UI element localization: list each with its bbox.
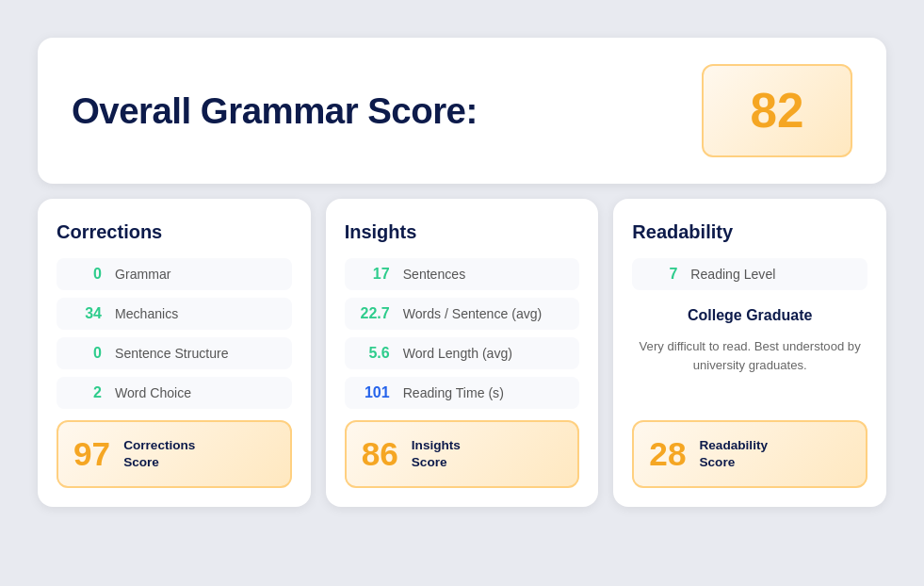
stat-row: 34 Mechanics <box>57 298 292 330</box>
readability-college-label: College Graduate <box>632 301 867 326</box>
corrections-score-badge: 97 Corrections Score <box>57 420 292 488</box>
stat-value: 7 <box>643 266 677 283</box>
stat-row: 0 Sentence Structure <box>57 337 292 369</box>
corrections-badge-score: 97 <box>73 435 110 473</box>
overall-score-value: 82 <box>751 83 804 138</box>
insights-badge-label: Insights Score <box>412 437 461 470</box>
stat-value: 0 <box>68 266 102 283</box>
readability-score-badge: 28 Readability Score <box>632 420 867 488</box>
stat-row: 5.6 Word Length (avg) <box>345 337 580 369</box>
stat-label: Word Length (avg) <box>403 346 512 361</box>
corrections-badge-label: Corrections Score <box>123 437 195 470</box>
stat-value: 34 <box>68 305 102 322</box>
stat-row: 22.7 Words / Sentence (avg) <box>345 298 580 330</box>
stat-row: 7 Reading Level <box>632 258 867 290</box>
stat-value: 0 <box>68 345 102 362</box>
readability-badge-score: 28 <box>649 435 686 473</box>
insights-stats: 17 Sentences 22.7 Words / Sentence (avg)… <box>345 258 580 409</box>
readability-description: Very difficult to read. Best understood … <box>632 337 867 374</box>
stat-label: Grammar <box>115 267 170 282</box>
stat-label: Word Choice <box>115 385 191 400</box>
stat-value: 5.6 <box>356 345 390 362</box>
insights-score-badge: 86 Insights Score <box>345 420 580 488</box>
readability-badge-label: Readability Score <box>699 437 768 470</box>
overall-score-card: Overall Grammar Score: 82 <box>38 38 886 184</box>
stat-row: 17 Sentences <box>345 258 580 290</box>
readability-card: Readability 7 Reading Level College Grad… <box>613 199 886 507</box>
main-container: Overall Grammar Score: 82 Corrections 0 … <box>19 19 905 586</box>
corrections-title: Corrections <box>57 221 292 243</box>
insights-title: Insights <box>345 221 580 243</box>
stat-label: Reading Level <box>690 267 775 282</box>
stat-label: Reading Time (s) <box>403 385 504 400</box>
corrections-stats: 0 Grammar 34 Mechanics 0 Sentence Struct… <box>57 258 292 409</box>
stat-label: Mechanics <box>115 306 178 321</box>
readability-title: Readability <box>632 221 867 243</box>
stat-value: 17 <box>356 266 390 283</box>
stat-value: 22.7 <box>356 305 390 322</box>
overall-score-title: Overall Grammar Score: <box>72 90 478 132</box>
stat-label: Words / Sentence (avg) <box>403 306 543 321</box>
stat-value: 101 <box>356 384 390 401</box>
stat-label: Sentence Structure <box>115 346 229 361</box>
insights-badge-score: 86 <box>362 435 398 473</box>
stat-row: 2 Word Choice <box>57 377 292 409</box>
stat-label: Sentences <box>403 267 466 282</box>
corrections-card: Corrections 0 Grammar 34 Mechanics 0 Sen… <box>38 199 311 507</box>
columns-row: Corrections 0 Grammar 34 Mechanics 0 Sen… <box>38 199 886 507</box>
overall-score-box: 82 <box>702 64 852 157</box>
insights-card: Insights 17 Sentences 22.7 Words / Sente… <box>326 199 599 507</box>
stat-value: 2 <box>68 384 102 401</box>
stat-row: 0 Grammar <box>57 258 292 290</box>
readability-stats: 7 Reading Level <box>632 258 867 290</box>
stat-row: 101 Reading Time (s) <box>345 377 580 409</box>
